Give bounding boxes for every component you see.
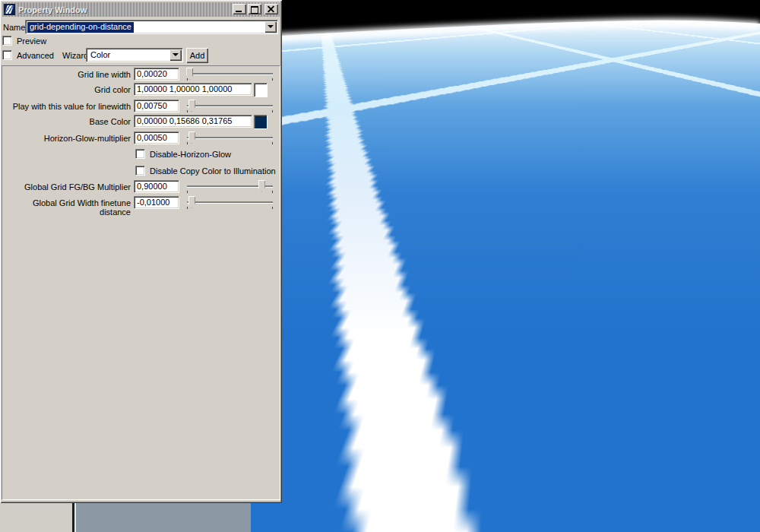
preview-label: Preview: [17, 36, 46, 46]
background-panel-left: [0, 503, 72, 532]
checkbox-label: Disable-Horizon-Glow: [150, 150, 231, 159]
disable-horizon-glow-checkbox[interactable]: [135, 149, 145, 159]
maximize-icon: [251, 6, 258, 14]
preview-checkbox[interactable]: [2, 36, 12, 46]
advanced-label: Advanced: [17, 51, 54, 60]
app-icon: [4, 4, 15, 15]
checkbox-label: Disable Copy Color to Illumination: [150, 166, 276, 176]
slider-thumb[interactable]: [188, 100, 195, 112]
fgbg-multiplier-input[interactable]: 0,90000: [134, 180, 179, 193]
slider-tick: [187, 142, 188, 144]
field-row-grid-color: Grid color 1,00000 1,00000 1,00000: [0, 83, 282, 97]
app-icon-stripes: [5, 5, 14, 14]
base-color-input[interactable]: 0,00000 0,15686 0,31765: [134, 115, 252, 128]
linewidth-play-input[interactable]: 0,00750: [134, 100, 179, 112]
field-label: Grid line width: [0, 70, 131, 79]
field-row-linewidth-play: Play with this value for linewidth 0,007…: [0, 100, 282, 113]
slider-tick: [187, 110, 188, 112]
wizard-combobox[interactable]: Color: [86, 48, 183, 62]
minimize-button[interactable]: [233, 4, 246, 14]
field-row-width-finetune: Global Grid Width finetune distance -0,0…: [0, 196, 282, 210]
fgbg-multiplier-slider[interactable]: [185, 180, 275, 194]
disable-copy-color-checkbox[interactable]: [135, 166, 145, 176]
parameters-panel: [2, 65, 280, 500]
slider-thumb[interactable]: [188, 131, 195, 144]
titlebar[interactable]: Property Window: [2, 2, 280, 17]
field-label: Horizon-Glow-multiplier: [0, 134, 131, 143]
field-label: Base Color: [0, 117, 131, 126]
maximize-button[interactable]: [248, 4, 261, 14]
field-label: Global Grid FG/BG Multiplier: [0, 182, 131, 192]
slider-tick: [272, 110, 273, 112]
field-label: Global Grid Width finetune distance: [0, 198, 131, 217]
horizon-glow-slider[interactable]: [185, 131, 275, 145]
chevron-down-icon[interactable]: [264, 21, 277, 33]
width-finetune-input[interactable]: -0,01000: [134, 196, 179, 209]
checkbox-row-disable-copy-color: Disable Copy Color to Illumination: [0, 166, 282, 176]
slider-thumb[interactable]: [188, 196, 195, 208]
slider-tick: [187, 78, 188, 81]
background-panel-slate: [76, 503, 251, 532]
slider-tick: [272, 207, 273, 209]
slider-track: [187, 137, 273, 139]
name-value-selected: grid-depending-on-distance: [27, 22, 134, 33]
slider-tick: [272, 78, 273, 81]
slider-track: [187, 105, 273, 107]
window-title: Property Window: [18, 5, 87, 14]
slider-tick: [187, 207, 188, 209]
wizard-value-selected: Color: [88, 50, 112, 61]
base-color-swatch[interactable]: [254, 115, 268, 129]
field-row-base-color: Base Color 0,00000 0,15686 0,31765: [0, 115, 282, 128]
grid-line-width-slider[interactable]: [185, 68, 275, 81]
grid-color-swatch[interactable]: [254, 83, 268, 97]
close-button[interactable]: [264, 4, 278, 14]
grid-line-width-input[interactable]: 0,00020: [134, 68, 179, 81]
add-button[interactable]: Add: [186, 48, 208, 63]
grid-color-input[interactable]: 1,00000 1,00000 1,00000: [134, 83, 252, 96]
minimize-icon: [236, 11, 242, 12]
width-finetune-slider[interactable]: [185, 196, 275, 210]
slider-tick: [272, 191, 273, 193]
slider-tick: [187, 191, 188, 193]
slider-tick: [272, 142, 273, 144]
field-row-grid-line-width: Grid line width 0,00020: [0, 68, 282, 81]
name-combobox[interactable]: grid-depending-on-distance: [25, 20, 278, 34]
slider-track: [187, 73, 273, 75]
field-row-horizon-glow: Horizon-Glow-multiplier 0,00050: [0, 131, 282, 145]
horizon-glow-input[interactable]: 0,00050: [134, 131, 179, 144]
field-label: Play with this value for linewidth: [0, 102, 131, 111]
slider-thumb[interactable]: [258, 180, 265, 192]
name-label: Name: [3, 23, 25, 32]
advanced-checkbox[interactable]: [2, 50, 12, 60]
linewidth-play-slider[interactable]: [185, 100, 275, 113]
property-window: Property Window Name grid-depending-on-d…: [0, 0, 282, 503]
chevron-down-icon[interactable]: [169, 49, 182, 61]
checkbox-row-disable-horizon-glow: Disable-Horizon-Glow: [0, 149, 282, 160]
field-row-fgbg-multiplier: Global Grid FG/BG Multiplier 0,90000: [0, 180, 282, 194]
wizard-label: Wizard: [62, 51, 88, 60]
field-label: Grid color: [0, 85, 131, 94]
slider-track: [187, 201, 273, 204]
